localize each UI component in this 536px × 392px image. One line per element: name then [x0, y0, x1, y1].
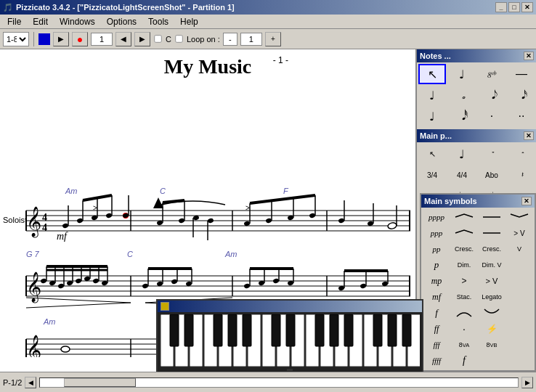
sym-pppp-label: pppp — [423, 209, 450, 225]
black-key-7[interactable] — [286, 314, 295, 346]
black-key-10[interactable] — [344, 314, 353, 346]
sym-ffff-3[interactable] — [505, 353, 533, 369]
loop-value-input[interactable] — [240, 33, 262, 46]
mp-sym-7[interactable]: 𝄽 — [508, 165, 535, 185]
soloist-label: Soloist — [3, 216, 27, 224]
notes-symbol-7[interactable]: 𝅘𝅥𝅯 — [508, 85, 535, 105]
tempo-input[interactable] — [91, 33, 113, 46]
main-symbols-close-button[interactable]: ✕ — [521, 197, 532, 205]
black-key-2[interactable] — [184, 314, 193, 346]
sym-pp-2[interactable]: Cresc. — [478, 241, 505, 257]
scroll-track[interactable] — [39, 377, 519, 388]
menu-file[interactable]: File — [1, 15, 27, 28]
treble-clef-1: 𝄞 — [26, 206, 41, 238]
black-key-11[interactable] — [373, 314, 382, 346]
sym-pppp-3[interactable] — [505, 209, 533, 225]
next-button[interactable]: ▶ — [134, 32, 150, 46]
svg-point-91 — [360, 283, 366, 289]
sym-ff-3[interactable] — [505, 321, 533, 337]
sym-mp-2[interactable]: > V — [478, 273, 505, 289]
sym-fff-1[interactable]: 8VA — [450, 337, 478, 353]
close-button[interactable]: ✕ — [521, 2, 533, 12]
scroll-thumb[interactable] — [64, 378, 136, 387]
black-key-9[interactable] — [330, 314, 338, 346]
menu-windows[interactable]: Windows — [54, 15, 101, 28]
piano-keys-svg: /* keys rendered below */ — [160, 314, 420, 371]
menu-options[interactable]: Options — [101, 15, 142, 28]
sym-f-3[interactable] — [505, 305, 533, 321]
notes-symbol-8[interactable]: ♩ — [418, 106, 446, 126]
mp-sym-2[interactable]: 𝄻 — [478, 144, 505, 164]
black-key-1[interactable] — [170, 314, 179, 346]
sym-f-2[interactable] — [478, 305, 505, 321]
notes-symbol-3[interactable]: — — [508, 64, 535, 84]
sym-mf-1[interactable]: Stac. — [450, 289, 478, 305]
svg-point-80 — [243, 283, 250, 289]
sym-p-2[interactable]: Dim. V — [478, 257, 505, 273]
minimize-button[interactable]: _ — [495, 2, 507, 12]
notes-symbol-9[interactable]: 𝅘𝅥𝅰 — [448, 106, 476, 126]
record-button[interactable]: ● — [72, 32, 88, 46]
page-range-select[interactable]: 1-8 — [3, 32, 29, 46]
c-checkbox[interactable] — [154, 35, 161, 42]
loop-checkbox[interactable] — [175, 35, 182, 42]
black-key-12[interactable] — [388, 314, 397, 346]
mp-sym-4[interactable]: 3/4 — [418, 165, 446, 185]
sym-pppp-1[interactable] — [450, 209, 478, 225]
maximize-button[interactable]: □ — [508, 2, 520, 12]
black-key-6[interactable] — [272, 314, 280, 346]
sym-pp-3[interactable]: V — [505, 241, 533, 257]
notes-symbol-5[interactable]: 𝅗 — [448, 85, 476, 105]
sym-f-1[interactable] — [450, 305, 478, 321]
sym-pppp-2[interactable] — [478, 209, 505, 225]
loop-add-button[interactable]: + — [265, 32, 281, 46]
mp-sym-3[interactable]: 𝄼 — [508, 144, 535, 164]
black-key-3[interactable] — [214, 314, 222, 346]
sym-fff-2[interactable]: 8VB — [478, 337, 505, 353]
piano-icon — [161, 302, 169, 311]
sym-mf-3[interactable] — [505, 289, 533, 305]
sym-ffff-1[interactable]: f — [450, 353, 478, 369]
notes-symbol-6[interactable]: 𝅘𝅥𝅮 — [478, 85, 505, 105]
mp-sym-1[interactable]: ♩ — [448, 144, 476, 164]
sym-ppp-2[interactable] — [478, 225, 505, 241]
notes-close-button[interactable]: ✕ — [524, 52, 534, 60]
main-p-close-button[interactable]: ✕ — [524, 131, 534, 140]
sym-pp-1[interactable]: Cresc. — [450, 241, 478, 257]
scroll-left-button[interactable]: ◀ — [25, 377, 36, 388]
prev-button[interactable]: ◀ — [115, 32, 131, 46]
notes-symbol-4[interactable]: ♩ — [418, 85, 446, 105]
black-key-8[interactable] — [315, 314, 324, 346]
notes-panel-title: Notes ... — [420, 52, 451, 60]
sym-mp-1[interactable]: > — [450, 273, 478, 289]
sym-ppp-3[interactable]: > V — [505, 225, 533, 241]
notes-symbol-2[interactable]: 𝄷 — [478, 64, 505, 84]
menu-edit[interactable]: Edit — [27, 15, 54, 28]
mp-sym-0[interactable]: ↖ — [418, 144, 446, 164]
black-key-5[interactable] — [243, 314, 251, 346]
menu-tools[interactable]: Tools — [142, 15, 174, 28]
sym-mp-3[interactable] — [505, 273, 533, 289]
notes-symbol-1[interactable]: ♩ — [448, 64, 476, 84]
notes-symbol-10[interactable]: · — [478, 106, 505, 126]
mp-sym-5[interactable]: 4/4 — [448, 165, 476, 185]
status-page: P-1/2 — [3, 378, 22, 387]
menu-help[interactable]: Help — [174, 15, 204, 28]
sym-ppp-1[interactable] — [450, 225, 478, 241]
black-key-13[interactable] — [402, 314, 411, 346]
notes-symbol-0[interactable]: ↖ — [418, 64, 446, 84]
sym-mf-2[interactable]: Legato — [478, 289, 505, 305]
notes-symbol-11[interactable]: ·· — [508, 106, 535, 126]
sym-ff-1[interactable]: · — [450, 321, 478, 337]
sym-p-1[interactable]: Dim. — [450, 257, 478, 273]
sym-fff-3[interactable] — [505, 337, 533, 353]
c-label: C — [166, 35, 171, 44]
scroll-right-button[interactable]: ▶ — [521, 377, 533, 388]
sym-ffff-2[interactable] — [478, 353, 505, 369]
play-button[interactable]: ▶ — [53, 32, 69, 46]
loop-start-input[interactable] — [223, 33, 237, 46]
black-key-4[interactable] — [228, 314, 237, 346]
sym-p-3[interactable] — [505, 257, 533, 273]
sym-ff-2[interactable]: ⚡ — [478, 321, 505, 337]
mp-sym-6[interactable]: Abo — [478, 165, 505, 185]
